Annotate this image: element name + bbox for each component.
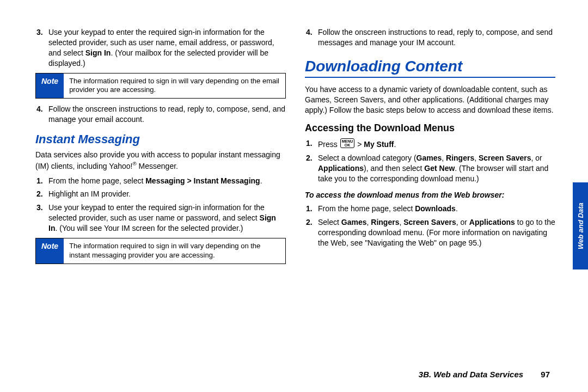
right-column: 4. Follow the onscreen instructions to r… [305,27,555,351]
list-item: 2. Select Games, Ringers, Screen Savers,… [305,217,555,248]
list-item: 2. Highlight an IM provider. [35,189,286,199]
left-column: 3. Use your keypad to enter the required… [35,27,286,351]
registered-mark: ® [132,161,136,167]
side-tab-web-and-data: Web and Data [573,182,588,270]
list-item: 1. Press MENUOK > My Stuff. [305,138,555,150]
item-number: 3. [35,27,48,69]
item-body: From the home page, select Downloads. [318,204,555,214]
note-text: The information required to sign in will… [64,74,285,99]
note-label: Note [36,238,64,264]
list-item: 3. Use your keypad to enter the required… [35,203,286,234]
list-item: 4. Follow the onscreen instructions to r… [35,104,286,125]
item-number: 2. [305,153,318,184]
heading-accessing-download-menus: Accessing the Download Menus [305,122,555,134]
item-number: 1. [35,176,48,186]
menu-ok-key-icon: MENUOK [340,138,355,148]
item-body: Use your keypad to enter the required si… [48,203,286,234]
list-item: 1. From the home page, select Messaging … [35,176,286,186]
item-number: 4. [35,104,48,125]
item-number: 1. [305,204,318,214]
item-body: Select a download category (Games, Ringe… [318,153,555,184]
item-body: From the home page, select Messaging > I… [48,176,286,186]
subheading-web-browser: To access the download menus from the We… [305,191,555,199]
item-body: Select Games, Ringers, Screen Savers, or… [318,217,555,248]
item-body: Follow the onscreen instructions to read… [318,27,555,48]
paragraph: Data services also provide you with acce… [35,150,286,171]
item-body: Follow the onscreen instructions to read… [48,104,286,125]
list-item: 1. From the home page, select Downloads. [305,204,555,214]
item-number: 1. [305,138,318,150]
note-label: Note [36,74,64,99]
item-body: Press MENUOK > My Stuff. [318,138,555,150]
note-text: The information required to sign in will… [64,238,285,264]
page-footer: 3B. Web and Data Services 97 [419,370,550,379]
note-box: Note The information required to sign in… [35,73,286,99]
list-item: 3. Use your keypad to enter the required… [35,27,286,69]
footer-section: 3B. Web and Data Services [419,370,523,379]
page-number: 97 [541,370,550,379]
item-number: 4. [305,27,318,48]
item-body: Use your keypad to enter the required si… [48,27,286,69]
two-column-layout: 3. Use your keypad to enter the required… [35,27,555,351]
item-number: 3. [35,203,48,234]
list-item: 2. Select a download category (Games, Ri… [305,153,555,184]
list-item: 4. Follow the onscreen instructions to r… [305,27,555,48]
heading-downloading-content: Downloading Content [305,58,555,78]
item-number: 2. [35,189,48,199]
item-body: Highlight an IM provider. [48,189,286,199]
heading-instant-messaging: Instant Messaging [35,132,286,146]
item-number: 2. [305,217,318,248]
paragraph: You have access to a dynamic variety of … [305,84,555,115]
note-box: Note The information required to sign in… [35,238,286,264]
